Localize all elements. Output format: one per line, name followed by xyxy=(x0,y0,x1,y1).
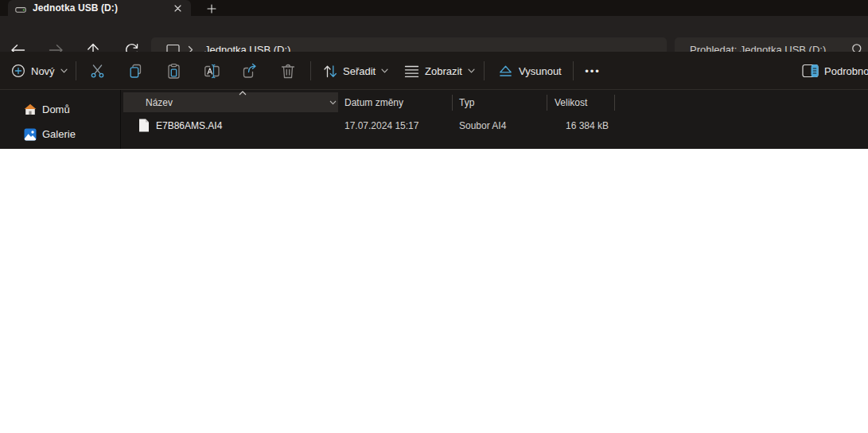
toolbar-divider xyxy=(573,61,574,80)
eject-icon xyxy=(498,64,513,78)
column-header-type[interactable]: Typ xyxy=(452,92,547,112)
paste-button[interactable] xyxy=(158,57,189,85)
sort-ascending-icon xyxy=(239,91,247,96)
sort-arrows-icon xyxy=(323,64,337,78)
share-button[interactable] xyxy=(234,57,264,85)
navigation-bar: Jednotka USB (D:) xyxy=(0,16,868,52)
new-button-label: Nový xyxy=(31,65,55,77)
toolbar-divider xyxy=(76,61,76,80)
rename-button[interactable] xyxy=(197,57,227,85)
details-pane-button[interactable]: Podrobnosti xyxy=(796,57,868,85)
sidebar-item-label: Domů xyxy=(42,103,70,115)
file-type: Soubor AI4 xyxy=(459,120,506,131)
view-button[interactable]: Zobrazit xyxy=(398,57,481,85)
chevron-down-icon xyxy=(468,68,475,73)
file-icon xyxy=(138,119,150,132)
file-list: Název Datum změny xyxy=(121,90,868,149)
tab-bar: Jednotka USB (D:) xyxy=(0,0,868,16)
file-size: 16 384 kB xyxy=(551,120,609,131)
explorer-main: Domů Galerie xyxy=(0,90,868,149)
column-separator[interactable] xyxy=(452,95,453,111)
sidebar-item-home[interactable]: Domů xyxy=(6,99,115,120)
toolbar-divider xyxy=(310,61,311,80)
column-filter-dropdown[interactable] xyxy=(327,92,338,112)
tab-title: Jednotka USB (D:) xyxy=(33,2,170,14)
new-button[interactable]: Nový xyxy=(5,57,74,85)
new-tab-button[interactable] xyxy=(204,2,220,15)
view-lines-icon xyxy=(404,64,419,78)
desktop-screen: Jednotka USB (D:) xyxy=(0,0,868,433)
toolbar-divider xyxy=(484,61,485,80)
explorer-tab[interactable]: Jednotka USB (D:) xyxy=(8,0,191,16)
details-pane-icon xyxy=(802,64,819,78)
trash-icon xyxy=(280,63,296,80)
usb-drive-icon xyxy=(15,3,26,14)
column-header-label: Typ xyxy=(459,97,474,108)
column-header-name[interactable]: Název xyxy=(123,92,327,112)
sidebar: Domů Galerie xyxy=(0,90,120,149)
tab-close-icon[interactable] xyxy=(170,2,185,14)
delete-button[interactable] xyxy=(273,57,303,85)
sort-button-label: Seřadit xyxy=(343,65,376,77)
eject-button-label: Vysunout xyxy=(519,65,562,77)
column-header-label: Velikost xyxy=(555,97,587,108)
cut-button[interactable] xyxy=(82,57,112,85)
column-separator[interactable] xyxy=(614,95,615,111)
more-options-button[interactable]: ••• xyxy=(578,57,608,85)
sidebar-item-label: Galerie xyxy=(42,128,76,140)
file-name: E7B86AMS.AI4 xyxy=(156,120,222,131)
column-header-size[interactable]: Velikost xyxy=(547,92,614,112)
sort-button[interactable]: Seřadit xyxy=(317,57,395,85)
column-separator[interactable] xyxy=(547,95,547,111)
column-header-date[interactable]: Datum změny xyxy=(338,92,452,112)
file-row[interactable]: E7B86AMS.AI4 17.07.2024 15:17 Soubor AI4… xyxy=(123,115,736,137)
gallery-icon xyxy=(24,128,37,141)
chevron-down-icon xyxy=(60,68,68,73)
plus-icon xyxy=(207,4,216,14)
eject-button[interactable]: Vysunout xyxy=(492,57,574,85)
plus-circle-icon xyxy=(11,64,25,78)
rename-icon xyxy=(203,63,221,80)
chevron-down-icon xyxy=(381,68,388,73)
sidebar-item-gallery[interactable]: Galerie xyxy=(6,123,115,145)
view-button-label: Zobrazit xyxy=(425,65,462,77)
command-toolbar: Nový xyxy=(0,52,868,90)
copy-button[interactable] xyxy=(120,57,150,85)
scissors-icon xyxy=(89,63,106,80)
ellipsis-icon: ••• xyxy=(585,65,601,77)
details-pane-label: Podrobnosti xyxy=(824,65,868,77)
column-header-row: Název Datum změny xyxy=(121,92,868,112)
share-icon xyxy=(241,63,258,80)
home-icon xyxy=(24,103,37,115)
column-header-label: Název xyxy=(146,97,173,108)
paste-icon xyxy=(165,63,182,80)
chevron-down-icon xyxy=(329,100,337,105)
file-date-modified: 17.07.2024 15:17 xyxy=(344,120,418,131)
file-explorer-window: Jednotka USB (D:) xyxy=(0,0,868,149)
column-header-label: Datum změny xyxy=(344,97,403,108)
copy-icon xyxy=(127,63,144,80)
